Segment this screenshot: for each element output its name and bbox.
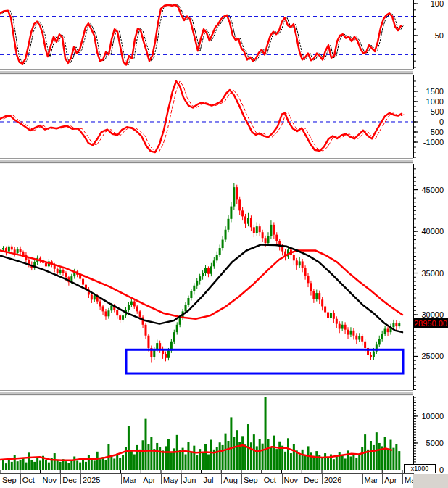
x-axis-separator	[121, 474, 122, 484]
stochastic-oscillator-main-line	[0, 5, 401, 65]
time-axis: SepOctNovDec2025MarAprMayJunJulAugSepOct…	[0, 473, 448, 488]
x-axis-separator	[141, 474, 141, 484]
x-axis-separator	[262, 474, 262, 484]
y-tick-label: 35000	[421, 269, 444, 278]
panel-splitter[interactable]	[0, 158, 413, 164]
x-axis-separator	[221, 474, 222, 484]
volume-unit-label: x1000	[404, 464, 436, 473]
x-axis-separator	[80, 474, 81, 484]
momentum-oscillator-main-line	[0, 81, 402, 152]
x-axis-label: Oct	[264, 476, 276, 484]
x-axis-label: May	[163, 476, 178, 484]
x-axis-label: May	[405, 476, 413, 484]
y-tick-label: 500	[431, 107, 444, 116]
panel-stochastic[interactable]: 10050	[0, 0, 448, 69]
x-axis-separator	[181, 474, 182, 484]
axis-corner	[413, 474, 448, 488]
x-axis-separator	[362, 474, 363, 484]
x-axis-separator	[202, 474, 202, 484]
volume-bars	[2, 397, 400, 470]
x-axis-label: Dec	[304, 476, 318, 484]
y-tick-label: 100	[431, 0, 444, 8]
panel-volume[interactable]: 1000050000	[0, 396, 448, 473]
x-axis-separator	[382, 474, 383, 484]
momentum-oscillator-signal-line	[4, 81, 405, 152]
x-axis-label: Nov	[43, 476, 57, 484]
last-price-value: 28950.00	[414, 319, 447, 328]
panel-splitter[interactable]	[0, 390, 413, 396]
y-tick-label: -1000	[423, 138, 444, 146]
y-tick-label: 10000	[421, 412, 444, 421]
x-axis-separator	[41, 474, 41, 484]
x-axis-label: Apr	[143, 476, 155, 484]
y-tick-label: 45000	[421, 186, 444, 194]
time-axis-labels: SepOctNovDec2025MarAprMayJunJulAugSepOct…	[0, 474, 413, 488]
y-tick-label: 1500	[426, 87, 444, 96]
y-tick-label: 25000	[421, 352, 444, 360]
last-price-tag: 28950.00	[413, 318, 448, 328]
candles	[2, 183, 400, 362]
x-axis-label: Dec	[62, 476, 77, 484]
panel-splitter[interactable]	[0, 69, 413, 75]
daily-price-svg: 4500040000350003000025000	[0, 164, 448, 390]
x-axis-label: Mar	[123, 476, 137, 484]
x-axis-separator	[241, 474, 242, 484]
x-axis-separator	[302, 474, 302, 484]
y-tick-label: 0	[439, 117, 444, 126]
y-tick-label: 1000	[426, 97, 444, 106]
y-tick-label: 40000	[421, 227, 444, 236]
volume-svg: 1000050000	[0, 396, 448, 473]
stochastic-oscillator-svg: 10050	[0, 0, 448, 69]
x-axis-label: Sep	[244, 476, 258, 484]
ma-short-line	[0, 244, 402, 332]
x-axis-separator	[60, 474, 61, 484]
x-axis-label: Apr	[384, 476, 397, 484]
panel-momentum[interactable]: 150010005000-500-1000	[0, 75, 448, 158]
y-tick-label: 0	[439, 466, 444, 473]
x-axis-label: Sep	[2, 476, 17, 484]
x-axis-separator	[402, 474, 403, 484]
y-tick-label: 5000	[426, 439, 444, 447]
x-axis-label: Aug	[223, 476, 238, 484]
x-axis-separator	[161, 474, 162, 484]
momentum-oscillator-svg: 150010005000-500-1000	[0, 75, 448, 158]
x-axis-separator	[20, 474, 21, 484]
x-axis-separator	[282, 474, 283, 484]
x-axis-label: Mar	[365, 476, 378, 484]
x-axis-label: 2025	[83, 476, 100, 484]
panel-price[interactable]: 4500040000350003000025000	[0, 164, 448, 390]
volume-ma-line	[0, 445, 391, 460]
y-tick-label: -500	[428, 128, 444, 136]
x-axis-separator	[322, 474, 323, 484]
x-axis-label: Jun	[183, 476, 196, 484]
x-axis-label: Nov	[284, 476, 299, 484]
x-axis-label: Oct	[22, 476, 35, 484]
x-axis-label: 2026	[324, 476, 341, 484]
y-tick-label: 50	[435, 31, 444, 40]
x-axis-label: Jul	[204, 476, 214, 484]
